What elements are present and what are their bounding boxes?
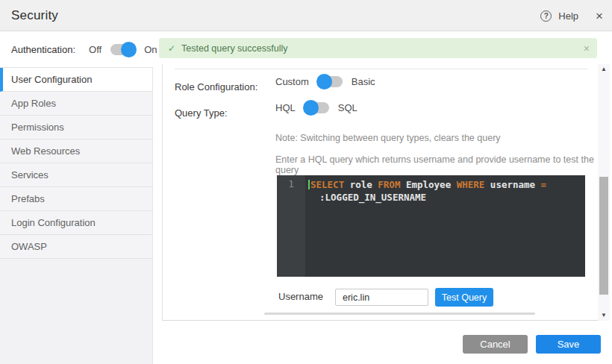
- sidebar-item-permissions[interactable]: Permissions: [0, 116, 152, 139]
- role-configuration-toggle[interactable]: [318, 76, 343, 87]
- code-token: SELECT: [310, 179, 344, 190]
- query-type-note: Note: Switching between query types, cle…: [275, 133, 501, 143]
- role-custom-label: Custom: [275, 76, 309, 87]
- sidebar-item-owasp[interactable]: OWASP: [0, 235, 152, 259]
- success-banner: ✓ Tested query successfully ×: [159, 38, 597, 58]
- banner-message: Tested query successfully: [181, 43, 287, 54]
- close-icon[interactable]: ×: [596, 10, 603, 22]
- editor-caret: [308, 180, 310, 189]
- username-input[interactable]: [335, 289, 428, 306]
- save-button[interactable]: Save: [536, 335, 601, 354]
- code-token: WHERE: [457, 179, 485, 190]
- window-header: Security ? Help ×: [0, 0, 612, 31]
- horizontal-scrollbar-thumb[interactable]: [264, 313, 535, 315]
- toggle-knob: [121, 42, 137, 57]
- header-actions: ? Help ×: [540, 0, 603, 31]
- role-configuration-label: Role Configuration:: [175, 81, 257, 92]
- authentication-off-label: Off: [89, 44, 102, 55]
- code-token: =: [541, 179, 547, 190]
- sidebar-item-web-resources[interactable]: Web Resources: [0, 139, 152, 163]
- scroll-up-icon[interactable]: ▲: [598, 65, 610, 74]
- sidebar-item-services[interactable]: Services: [0, 163, 152, 187]
- page-title: Security: [11, 8, 58, 23]
- authentication-label: Authentication:: [11, 44, 75, 55]
- editor-code[interactable]: SELECT role FROM Employee WHERE username…: [305, 175, 585, 277]
- code-token: Employee: [400, 179, 456, 190]
- editor-line-number: 1: [277, 175, 305, 277]
- query-type-label: Query Type:: [175, 107, 228, 119]
- scroll-down-icon[interactable]: ▼: [598, 311, 610, 320]
- code-token: FROM: [378, 179, 400, 190]
- test-query-button[interactable]: Test Query: [435, 288, 493, 307]
- sidebar: User ConfigurationApp RolesPermissionsWe…: [0, 67, 153, 364]
- banner-close-icon[interactable]: ×: [584, 43, 590, 54]
- query-hint: Enter a HQL query which returns username…: [275, 154, 598, 175]
- sidebar-item-app-roles[interactable]: App Roles: [0, 92, 152, 116]
- help-link[interactable]: Help: [558, 10, 578, 22]
- footer-bar: Cancel Save: [154, 321, 612, 364]
- sidebar-item-prefabs[interactable]: Prefabs: [0, 187, 152, 211]
- code-token: role: [344, 179, 378, 190]
- help-icon[interactable]: ?: [540, 10, 552, 22]
- query-type-toggle[interactable]: [305, 102, 329, 113]
- toggle-knob: [303, 100, 319, 116]
- sidebar-item-login-configuration[interactable]: Login Configuration: [0, 211, 152, 235]
- vertical-scrollbar[interactable]: ▲ ▼: [598, 64, 610, 321]
- main-panel: Role Configuration: Custom Basic Query T…: [162, 64, 598, 321]
- code-token: username: [484, 179, 540, 190]
- check-icon: ✓: [168, 43, 175, 54]
- authentication-on-label: On: [144, 44, 157, 55]
- query-code-editor[interactable]: 1 SELECT role FROM Employee WHERE userna…: [277, 175, 585, 277]
- username-label: Username: [278, 291, 323, 302]
- section-divider: [175, 69, 587, 69]
- vertical-scrollbar-thumb[interactable]: [599, 177, 608, 295]
- role-configuration-toggle-row: Custom Basic: [275, 76, 375, 87]
- query-type-toggle-row: HQL SQL: [275, 102, 357, 113]
- role-basic-label: Basic: [352, 76, 375, 87]
- cancel-button[interactable]: Cancel: [463, 335, 528, 354]
- toggle-knob: [316, 74, 332, 90]
- query-sql-label: SQL: [338, 102, 357, 113]
- authentication-toggle[interactable]: [110, 44, 135, 55]
- sidebar-item-user-configuration[interactable]: User Configuration: [0, 68, 152, 92]
- query-hql-label: HQL: [275, 102, 296, 113]
